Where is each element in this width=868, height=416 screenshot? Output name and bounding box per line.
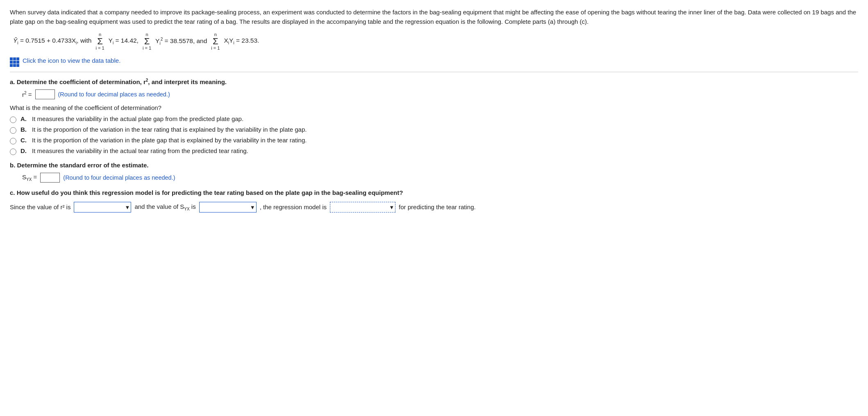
option-d-letter: D. bbox=[20, 147, 28, 154]
and-text: and the value of SYX is bbox=[134, 203, 195, 211]
sigma-y: n Σ i = 1 bbox=[95, 32, 104, 50]
option-b-text: It is the proportion of the variation in… bbox=[32, 126, 307, 133]
divider bbox=[10, 72, 858, 72]
dropdown1-wrapper[interactable]: high low moderate ▼ bbox=[74, 202, 131, 213]
conclusion-text: , the regression model is bbox=[260, 203, 327, 210]
meaning-question: What is the meaning of the coefficient o… bbox=[10, 104, 858, 111]
option-d[interactable]: D. It measures the variability in the ac… bbox=[10, 147, 858, 155]
icon-line[interactable]: Click the icon to view the data table. bbox=[10, 55, 858, 67]
part-b-label: b. Determine the standard error of the e… bbox=[10, 162, 858, 169]
radio-a[interactable] bbox=[10, 117, 16, 123]
radio-options: A. It measures the variability in the ac… bbox=[10, 115, 858, 155]
syx-dropdown[interactable]: high low moderate bbox=[199, 202, 257, 213]
syx-input-line: SYX = (Round to four decimal places as n… bbox=[22, 173, 858, 183]
dropdown3-wrapper[interactable]: useful not useful somewhat useful ▼ bbox=[330, 202, 395, 213]
part-c: c. How useful do you think this regressi… bbox=[10, 189, 858, 213]
radio-d[interactable] bbox=[10, 149, 16, 155]
syx-round-hint: (Round to four decimal places as needed.… bbox=[63, 174, 175, 181]
radio-b[interactable] bbox=[10, 127, 16, 134]
since-text: Since the value of r² is bbox=[10, 203, 70, 210]
equation-main: Ŷi = 0.7515 + 0.4733Xi, with bbox=[13, 37, 91, 45]
table-icon[interactable] bbox=[10, 55, 19, 67]
r2-dropdown[interactable]: high low moderate bbox=[74, 202, 131, 213]
option-b[interactable]: B. It is the proportion of the variation… bbox=[10, 126, 858, 134]
syx-label: SYX = bbox=[22, 174, 37, 182]
option-a[interactable]: A. It measures the variability in the ac… bbox=[10, 115, 858, 123]
option-a-text: It measures the variability in the actua… bbox=[32, 115, 243, 122]
part-b: b. Determine the standard error of the e… bbox=[10, 162, 858, 183]
sum-xy-value: XiYi = 23.53. bbox=[224, 37, 259, 45]
conclusion-dropdown[interactable]: useful not useful somewhat useful bbox=[330, 202, 395, 213]
sigma-xy: n Σ i = 1 bbox=[211, 32, 220, 50]
option-b-letter: B. bbox=[20, 126, 28, 133]
sum-y-value: Yi = 14.42, bbox=[109, 37, 139, 45]
equation-block: Ŷi = 0.7515 + 0.4733Xi, with n Σ i = 1 Y… bbox=[10, 32, 858, 50]
sum-y2-value: Yi2 = 38.5578, and bbox=[155, 37, 207, 46]
r2-input-line: r2 = (Round to four decimal places as ne… bbox=[22, 89, 858, 99]
part-c-label: c. How useful do you think this regressi… bbox=[10, 189, 858, 196]
syx-input[interactable] bbox=[40, 173, 60, 183]
radio-c[interactable] bbox=[10, 138, 16, 144]
dropdown2-wrapper[interactable]: high low moderate ▼ bbox=[199, 202, 257, 213]
sigma-y2: n Σ i = 1 bbox=[143, 32, 151, 50]
option-c-letter: C. bbox=[20, 137, 28, 144]
r2-round-hint: (Round to four decimal places as needed.… bbox=[58, 91, 170, 98]
intro-text: When survey data indicated that a compan… bbox=[10, 7, 858, 27]
option-d-text: It measures the variability in the actua… bbox=[32, 147, 248, 154]
option-a-letter: A. bbox=[20, 115, 28, 122]
icon-line-text: Click the icon to view the data table. bbox=[23, 57, 120, 64]
r2-input[interactable] bbox=[35, 89, 55, 99]
option-c[interactable]: C. It is the proportion of the variation… bbox=[10, 137, 858, 144]
since-line: Since the value of r² is high low modera… bbox=[10, 202, 858, 213]
r2-label: r2 = bbox=[22, 91, 32, 98]
final-text: for predicting the tear rating. bbox=[399, 203, 476, 210]
option-c-text: It is the proportion of the variation in… bbox=[32, 137, 307, 144]
part-a-label: a. Determine the coefficient of determin… bbox=[10, 78, 858, 85]
